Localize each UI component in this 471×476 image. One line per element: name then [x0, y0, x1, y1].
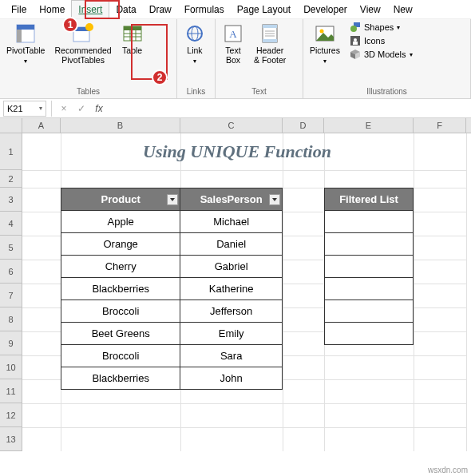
table-row[interactable]: CherryGabriel: [61, 256, 283, 278]
menu-pagelayout[interactable]: Page Layout: [231, 1, 297, 18]
menu-data[interactable]: Data: [109, 1, 142, 18]
row-header-5[interactable]: 5: [0, 236, 22, 260]
cell[interactable]: John: [180, 367, 283, 390]
table-row[interactable]: BlackberriesKatherine: [61, 278, 283, 300]
col-header-F[interactable]: F: [414, 118, 466, 133]
col-header-D[interactable]: D: [283, 118, 324, 133]
menu-view[interactable]: View: [354, 1, 387, 18]
formula-bar: K21 ▾ × ✓ fx: [0, 99, 471, 118]
row-header-9[interactable]: 9: [0, 331, 22, 355]
pictures-button[interactable]: Pictures ▾: [307, 21, 343, 80]
row-header-10[interactable]: 10: [0, 355, 22, 379]
cell[interactable]: Broccoli: [61, 300, 180, 323]
col-header-C[interactable]: C: [180, 118, 283, 133]
row-header-2[interactable]: 2: [0, 170, 22, 188]
cell[interactable]: Gabriel: [180, 256, 283, 278]
table-button[interactable]: Table: [118, 21, 147, 80]
name-box[interactable]: K21 ▾: [3, 101, 46, 117]
menu-file[interactable]: File: [5, 1, 33, 18]
menu-new[interactable]: New: [387, 1, 419, 18]
row-header-8[interactable]: 8: [0, 307, 22, 331]
row-header-7[interactable]: 7: [0, 284, 22, 307]
col-header-B[interactable]: B: [61, 118, 180, 133]
table-row[interactable]: [325, 300, 414, 323]
cell[interactable]: [325, 300, 414, 323]
ribbon-group-links: Link ▾ Links: [177, 19, 216, 98]
formula-input[interactable]: [109, 101, 466, 116]
cell[interactable]: [325, 211, 414, 233]
table-row[interactable]: [325, 278, 414, 300]
cell[interactable]: Katherine: [180, 278, 283, 300]
cell[interactable]: Michael: [180, 211, 283, 233]
link-button[interactable]: Link ▾: [180, 21, 209, 80]
cancel-icon[interactable]: ×: [57, 103, 71, 114]
row-header-1[interactable]: 1: [0, 133, 22, 170]
cell[interactable]: Orange: [61, 233, 180, 256]
icons-button[interactable]: Icons: [346, 34, 416, 47]
menu-insert[interactable]: Insert: [71, 0, 109, 18]
cell[interactable]: Daniel: [180, 233, 283, 256]
menu-developer[interactable]: Developer: [297, 1, 354, 18]
menu-home[interactable]: Home: [33, 1, 71, 18]
cell[interactable]: Emily: [180, 323, 283, 345]
header-filtered: Filtered List: [325, 188, 414, 211]
header-product[interactable]: Product: [61, 188, 180, 211]
data-table: Product SalesPerson AppleMichaelOrangeDa…: [61, 188, 283, 390]
menu-draw[interactable]: Draw: [143, 1, 178, 18]
worksheet: A B C D E F 12345678910111213 Using UNIQ…: [0, 118, 471, 451]
table-row[interactable]: [325, 233, 414, 256]
cell[interactable]: [325, 323, 414, 345]
chevron-down-icon: ▾: [410, 51, 413, 58]
cell[interactable]: Jefferson: [180, 300, 283, 323]
filter-button[interactable]: [269, 194, 280, 205]
textbox-button[interactable]: A Text Box: [219, 21, 247, 80]
cells-area[interactable]: Using UNIQUE Function Product SalesPerso…: [22, 133, 471, 451]
ribbon-group-text: A Text Box Header & Footer Text: [216, 19, 303, 98]
recommended-pivottables-button[interactable]: Recommended PivotTables: [51, 21, 114, 80]
cell[interactable]: [325, 278, 414, 300]
cell[interactable]: Apple: [61, 211, 180, 233]
svg-text:A: A: [229, 28, 237, 40]
menu-formulas[interactable]: Formulas: [178, 1, 231, 18]
table-row[interactable]: OrangeDaniel: [61, 233, 283, 256]
pivottable-button[interactable]: PivotTable ▾: [3, 21, 48, 80]
shapes-button[interactable]: Shapes ▾: [346, 21, 416, 34]
cell[interactable]: Blackberries: [61, 367, 180, 390]
row-header-4[interactable]: 4: [0, 212, 22, 236]
row-header-6[interactable]: 6: [0, 260, 22, 284]
link-icon: [184, 22, 206, 45]
table-row[interactable]: BroccoliSara: [61, 345, 283, 367]
table-row[interactable]: [325, 211, 414, 233]
table-label: Table: [122, 46, 142, 56]
fx-icon[interactable]: fx: [92, 103, 106, 114]
row-header-12[interactable]: 12: [0, 403, 22, 427]
table-row[interactable]: [325, 256, 414, 278]
table-row[interactable]: AppleMichael: [61, 211, 283, 233]
row-header-3[interactable]: 3: [0, 188, 22, 212]
filter-button[interactable]: [167, 194, 178, 205]
cell[interactable]: [325, 233, 414, 256]
cell[interactable]: Beet Greens: [61, 323, 180, 345]
table-row[interactable]: BlackberriesJohn: [61, 367, 283, 390]
cell[interactable]: [325, 256, 414, 278]
textbox-label: Text Box: [225, 46, 240, 65]
cell[interactable]: Blackberries: [61, 278, 180, 300]
cell[interactable]: Broccoli: [61, 345, 180, 367]
cell[interactable]: Cherry: [61, 256, 180, 278]
col-header-E[interactable]: E: [324, 118, 414, 133]
headerfooter-button[interactable]: Header & Footer: [251, 21, 289, 80]
enter-icon[interactable]: ✓: [74, 103, 89, 114]
cell[interactable]: Sara: [180, 345, 283, 367]
table-row[interactable]: [325, 323, 414, 345]
select-all-button[interactable]: [0, 118, 22, 133]
header-salesperson[interactable]: SalesPerson: [180, 188, 283, 211]
row-header-13[interactable]: 13: [0, 427, 22, 451]
shapes-icon: [350, 22, 361, 33]
col-header-A[interactable]: A: [22, 118, 61, 133]
row-header-11[interactable]: 11: [0, 379, 22, 403]
recommended-pivottables-icon: [72, 22, 94, 45]
table-row[interactable]: Beet GreensEmily: [61, 323, 283, 345]
table-row[interactable]: BroccoliJefferson: [61, 300, 283, 323]
menu-bar: File Home Insert Data Draw Formulas Page…: [0, 0, 471, 19]
3dmodels-button[interactable]: 3D Models ▾: [346, 48, 416, 61]
